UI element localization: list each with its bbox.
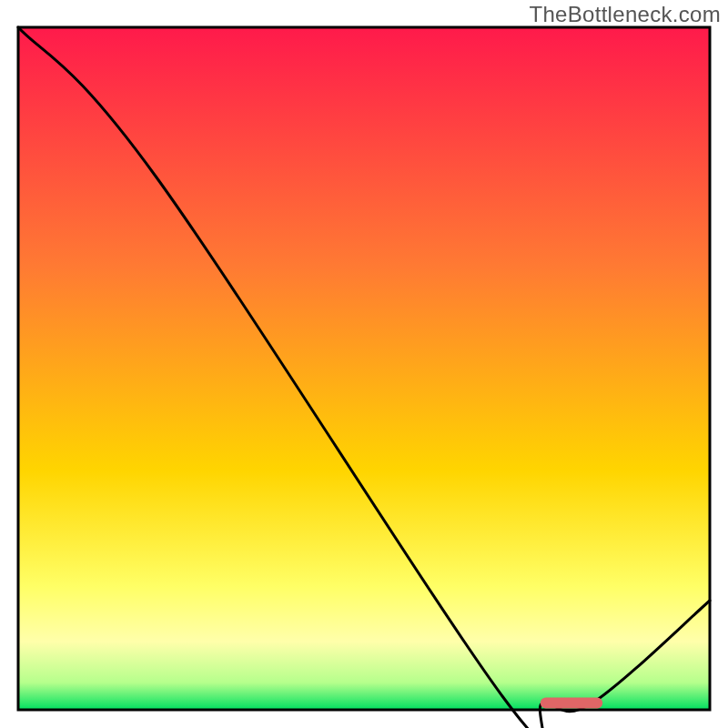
optimal-marker [541, 698, 602, 709]
bottleneck-chart [0, 0, 728, 728]
watermark-text: TheBottleneck.com [529, 2, 721, 27]
chart-container: TheBottleneck.com [0, 0, 728, 728]
